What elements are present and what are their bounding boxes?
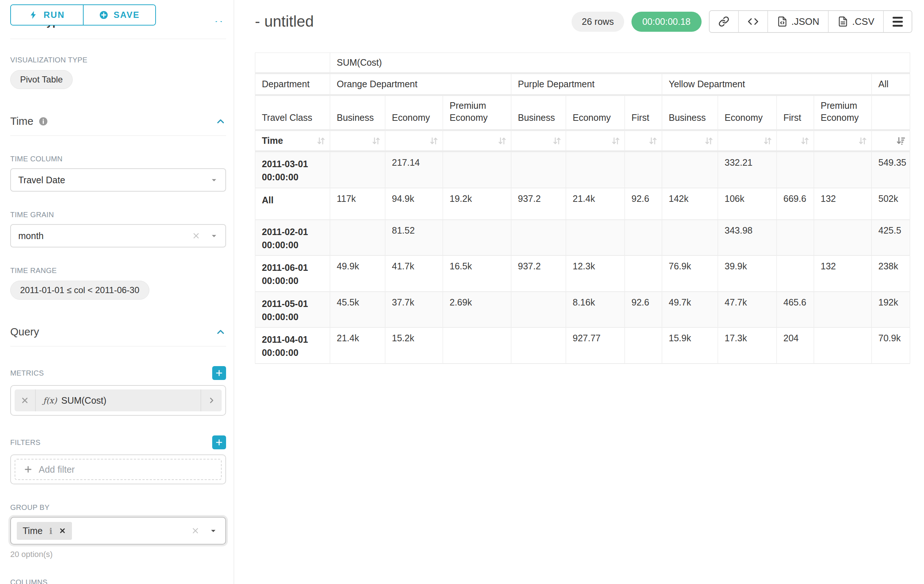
pivot-cell: 217.14	[385, 151, 443, 188]
visualization-type-pill[interactable]: Pivot Table	[10, 70, 73, 89]
pivot-col-header: First	[625, 95, 662, 130]
pivot-sort-column-button[interactable]	[872, 130, 910, 151]
pivot-sort-column-button[interactable]	[814, 130, 872, 151]
pivot-sort-column-button[interactable]	[330, 130, 385, 151]
pivot-cell: 92.6	[625, 188, 662, 220]
view-query-button[interactable]	[738, 11, 767, 32]
pivot-sort-column-button[interactable]	[662, 130, 718, 151]
pivot-sort-column-button[interactable]	[625, 130, 662, 151]
pivot-cell: 132	[814, 255, 872, 292]
sort-icon[interactable]	[371, 136, 381, 146]
pivot-cell: 142k	[662, 188, 718, 220]
metric-chip-body: ƒ(x) SUM(Cost)	[36, 390, 201, 411]
pivot-cell	[443, 327, 511, 364]
remove-tag-icon[interactable]	[59, 527, 66, 535]
caret-down-icon	[210, 176, 218, 184]
pivot-cell: 465.6	[777, 292, 814, 328]
clear-icon[interactable]	[192, 231, 201, 240]
pivot-cell: 2.69k	[443, 292, 511, 328]
sort-icon[interactable]	[552, 136, 562, 146]
link-icon	[718, 16, 729, 27]
group-by-select[interactable]: Time	[10, 517, 226, 545]
sort-icon[interactable]	[762, 136, 773, 146]
time-column-value: Travel Date	[18, 175, 65, 186]
pivot-metric-header: SUM(Cost)	[330, 53, 910, 73]
pivot-sort-column-button[interactable]	[566, 130, 625, 151]
pivot-sort-column-button[interactable]	[718, 130, 777, 151]
chevron-up-icon[interactable]	[215, 116, 226, 127]
pivot-cell: 21.4k	[566, 188, 625, 220]
metric-chip[interactable]: ƒ(x) SUM(Cost)	[15, 390, 222, 411]
pivot-sort-column-button[interactable]	[511, 130, 566, 151]
caret-down-icon[interactable]	[209, 527, 217, 535]
export-json-button[interactable]: .JSON	[767, 11, 828, 32]
time-range-pill[interactable]: 2011-01-01 ≤ col < 2011-06-30	[10, 281, 149, 299]
plus-circle-icon	[99, 10, 109, 20]
sort-icon[interactable]	[704, 136, 714, 146]
time-grain-value: month	[18, 231, 43, 241]
add-filter-dropzone[interactable]: Add filter	[15, 459, 222, 480]
sort-desc-icon[interactable]	[896, 136, 906, 146]
metric-value: SUM(Cost)	[61, 395, 107, 406]
sort-icon[interactable]	[648, 136, 658, 146]
sort-icon[interactable]	[610, 136, 621, 146]
pivot-sort-column-button[interactable]	[385, 130, 443, 151]
add-filter-button[interactable]	[212, 436, 226, 449]
export-csv-label: .CSV	[852, 16, 874, 27]
pivot-col-header: Economy	[566, 95, 625, 130]
pivot-sort-column-button[interactable]	[777, 130, 814, 151]
chevron-up-icon[interactable]	[215, 327, 226, 337]
pivot-cell: 49.7k	[662, 292, 718, 328]
pivot-col-header: Business	[662, 95, 718, 130]
query-timer-badge: 00:00:00.18	[632, 12, 701, 32]
pivot-col-header: Economy	[385, 95, 443, 130]
pivot-cell: 41.7k	[385, 255, 443, 292]
group-by-tag-time[interactable]: Time	[17, 522, 72, 540]
code-icon	[747, 16, 759, 27]
menu-button[interactable]	[883, 11, 912, 32]
export-json-label: .JSON	[792, 16, 820, 27]
pivot-cell: 45.5k	[330, 292, 385, 328]
query-section-header: Query	[10, 326, 226, 338]
clear-icon[interactable]	[191, 526, 200, 535]
plus-icon	[23, 465, 33, 474]
time-grain-label: TIME GRAIN	[10, 211, 226, 219]
pivot-cell: 238k	[872, 255, 910, 292]
chevron-right-icon[interactable]	[201, 390, 222, 411]
time-column-label: TIME COLUMN	[10, 155, 226, 163]
remove-metric-icon[interactable]	[15, 390, 36, 411]
sort-icon[interactable]	[497, 136, 507, 146]
pivot-cell: 21.4k	[330, 327, 385, 364]
pivot-cell: 81.52	[385, 220, 443, 256]
pivot-cell: 19.2k	[443, 188, 511, 220]
add-metric-button[interactable]	[212, 366, 226, 380]
export-csv-button[interactable]: .CSV	[828, 11, 883, 32]
pivot-cell: 425.5	[872, 220, 910, 256]
pivot-corner-cell	[255, 53, 330, 73]
visualization-type-value: Pivot Table	[20, 74, 63, 85]
sort-icon[interactable]	[316, 136, 326, 146]
pivot-col-header: Premium Economy	[443, 95, 511, 130]
info-icon	[49, 526, 53, 536]
pivot-cell: 117k	[330, 188, 385, 220]
chart-title[interactable]: - untitled	[255, 13, 314, 30]
time-grain-select[interactable]: month	[10, 224, 226, 247]
pivot-table: SUM(Cost)DepartmentOrange DepartmentPurp…	[255, 53, 910, 364]
pivot-cell: 927.77	[566, 327, 625, 364]
time-column-select[interactable]: Travel Date	[10, 168, 226, 192]
save-button[interactable]: SAVE	[83, 5, 155, 25]
pivot-col-header: Business	[511, 95, 566, 130]
pivot-sort-column-button[interactable]	[443, 130, 511, 151]
pivot-cell: 70.9k	[872, 327, 910, 364]
sort-icon[interactable]	[800, 136, 810, 146]
pivot-sort-time-button[interactable]: Time	[255, 130, 330, 151]
run-button[interactable]: RUN	[11, 5, 83, 25]
chevron-up-icon[interactable]	[214, 21, 224, 27]
pivot-col-group-header: Yellow Department	[662, 73, 872, 95]
copy-link-button[interactable]	[710, 11, 738, 32]
sort-icon[interactable]	[429, 136, 439, 146]
pivot-row-header: 2011-03-01 00:00:00	[255, 151, 330, 188]
sort-icon[interactable]	[858, 136, 868, 146]
pivot-cell	[625, 151, 662, 188]
row-count-badge: 26 rows	[572, 12, 624, 32]
